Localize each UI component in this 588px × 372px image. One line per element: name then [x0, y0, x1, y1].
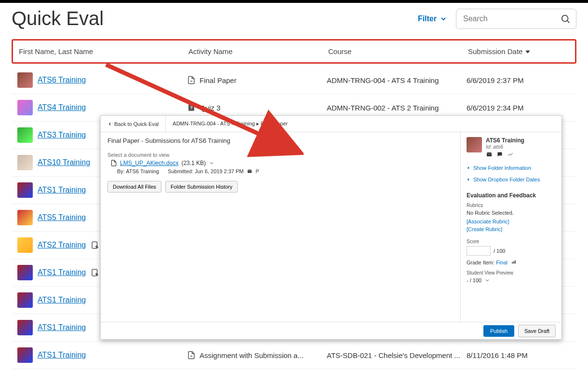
mail-icon[interactable]	[486, 152, 493, 157]
breadcrumb: ADMN-TRNG-004 - ATS 4 Training ▸ Final P…	[166, 121, 294, 127]
svg-marker-2	[526, 50, 530, 53]
column-name[interactable]: First Name, Last Name	[17, 47, 188, 55]
submitted-date: Submitted: Jun 6, 2019 2:37 PM	[168, 168, 243, 174]
page-title: Quick Eval	[12, 8, 104, 29]
svg-point-0	[562, 15, 568, 21]
table-row[interactable]: ATS9 Training Preceptor Forms ADMN-TRNG-…	[12, 369, 576, 372]
activity-name: Assignment with Submission a...	[200, 351, 304, 359]
no-rubric-text: No Rubric Selected.	[467, 210, 556, 216]
student-name-link[interactable]: ATS10 Training	[38, 158, 90, 167]
eval-feedback-header: Evaluation and Feedback	[467, 192, 556, 199]
column-activity[interactable]: Activity Name	[188, 47, 328, 55]
sort-desc-icon	[524, 48, 531, 55]
back-to-quick-eval[interactable]: Back to Quick Eval	[101, 116, 166, 132]
create-rubric-link[interactable]: [Create Rubric]	[467, 226, 556, 232]
chevron-left-icon	[107, 122, 112, 126]
avatar	[17, 265, 33, 280]
activity-name: Quiz 3	[200, 104, 220, 112]
grade-item-link[interactable]: Final	[496, 260, 508, 265]
submission-date: 6/6/2019 2:37 PM	[467, 76, 523, 84]
avatar	[17, 182, 33, 198]
course-name: ADMN-TRNG-004 - ATS 4 Training	[327, 76, 439, 84]
activity-name: Final Paper	[200, 76, 237, 84]
svg-text:?: ?	[190, 105, 193, 110]
submission-viewer-panel: Back to Quick Eval ADMN-TRNG-004 - ATS 4…	[100, 115, 562, 340]
avatar	[17, 347, 33, 363]
course-name: ATS-SDB-021 - Chelsie's Development ...	[327, 351, 460, 359]
document-icon	[110, 160, 117, 166]
avatar	[17, 210, 33, 225]
show-folder-info[interactable]: Show Folder Information	[467, 162, 556, 174]
edit-icon	[91, 241, 99, 249]
side-user-id: Id: ats6	[486, 144, 524, 150]
mail-icon[interactable]	[247, 169, 253, 174]
document-size: (23.1 KB)	[181, 160, 206, 166]
svg-marker-14	[468, 166, 469, 169]
document-link[interactable]: LMS_UP_AKiech.docx	[120, 160, 178, 166]
student-name-link[interactable]: ATS4 Training	[38, 103, 86, 112]
submission-date: 6/6/2019 2:34 PM	[467, 104, 523, 112]
assignment-icon	[187, 76, 196, 84]
save-draft-button[interactable]: Save Draft	[518, 325, 556, 337]
course-name: ADMN-TRNG-002 - ATS 2 Training	[327, 104, 439, 112]
student-name-link[interactable]: ATS1 Training	[38, 351, 86, 359]
panel-title: Final Paper - Submissions for ATS6 Train…	[107, 137, 454, 144]
download-all-files-button[interactable]: Download All Files	[107, 181, 161, 193]
associate-rubric-link[interactable]: [Associate Rubric]	[467, 219, 556, 224]
flag-icon[interactable]	[255, 169, 260, 174]
student-name-link[interactable]: ATS1 Training	[38, 323, 86, 332]
publish-button[interactable]: Publish	[483, 325, 514, 337]
score-max: / 100	[494, 248, 505, 254]
filter-label: Filter	[418, 14, 437, 23]
column-course[interactable]: Course	[328, 47, 468, 55]
student-name-link[interactable]: ATS1 Training	[38, 186, 86, 194]
show-dropbox-dates[interactable]: Show Dropbox Folder Dates	[467, 174, 556, 185]
preview-value: - / 100	[467, 277, 481, 283]
chevron-down-icon[interactable]	[484, 277, 490, 283]
triangle-right-icon	[467, 166, 470, 170]
triangle-right-icon	[467, 178, 470, 181]
assignment-icon	[187, 351, 196, 359]
table-row[interactable]: ATS1 Training Assignment with Submission…	[12, 342, 576, 369]
column-date[interactable]: Submission Date	[468, 47, 571, 55]
student-name-link[interactable]: ATS2 Training	[38, 241, 86, 249]
search-icon[interactable]	[560, 14, 571, 26]
student-name-link[interactable]: ATS1 Training	[38, 268, 86, 277]
back-label: Back to Quick Eval	[114, 121, 159, 127]
chat-icon[interactable]	[496, 152, 503, 157]
side-user-name: ATS6 Training	[486, 137, 524, 144]
bar-chart-icon[interactable]	[511, 260, 517, 264]
progress-icon[interactable]	[507, 152, 514, 157]
chevron-down-icon	[440, 15, 447, 23]
table-row[interactable]: ATS6 Training Final Paper ADMN-TRNG-004 …	[12, 67, 576, 94]
student-name-link[interactable]: ATS3 Training	[38, 131, 86, 139]
column-date-label: Submission Date	[468, 47, 522, 55]
filter-dropdown[interactable]: Filter	[418, 14, 447, 23]
chevron-down-icon[interactable]	[209, 160, 214, 166]
edit-icon	[91, 268, 99, 277]
quiz-icon: ?	[187, 103, 196, 112]
svg-rect-13	[487, 152, 492, 156]
folder-submission-history-button[interactable]: Folder Submission History	[165, 181, 238, 193]
rubrics-label: Rubrics	[467, 203, 556, 208]
score-label: Score	[467, 239, 556, 244]
svg-line-1	[567, 21, 569, 23]
table-header: First Name, Last Name Activity Name Cour…	[12, 39, 576, 64]
select-document-label: Select a document to view	[107, 152, 454, 158]
svg-rect-17	[513, 261, 514, 263]
avatar	[17, 127, 33, 143]
student-name-link[interactable]: ATS1 Training	[38, 296, 86, 304]
svg-marker-15	[468, 178, 469, 180]
score-input[interactable]	[467, 246, 491, 256]
avatar	[17, 100, 33, 115]
avatar	[17, 237, 33, 253]
avatar	[17, 292, 33, 308]
search-input[interactable]	[456, 9, 576, 29]
student-view-label: Student View Preview	[467, 270, 556, 276]
student-name-link[interactable]: ATS6 Training	[38, 76, 86, 84]
submitted-by: By: ATS6 Training	[117, 168, 159, 174]
avatar	[17, 72, 33, 88]
student-name-link[interactable]: ATS5 Training	[38, 213, 86, 222]
grade-item-label: Grade Item:	[467, 260, 496, 265]
avatar	[467, 137, 482, 152]
